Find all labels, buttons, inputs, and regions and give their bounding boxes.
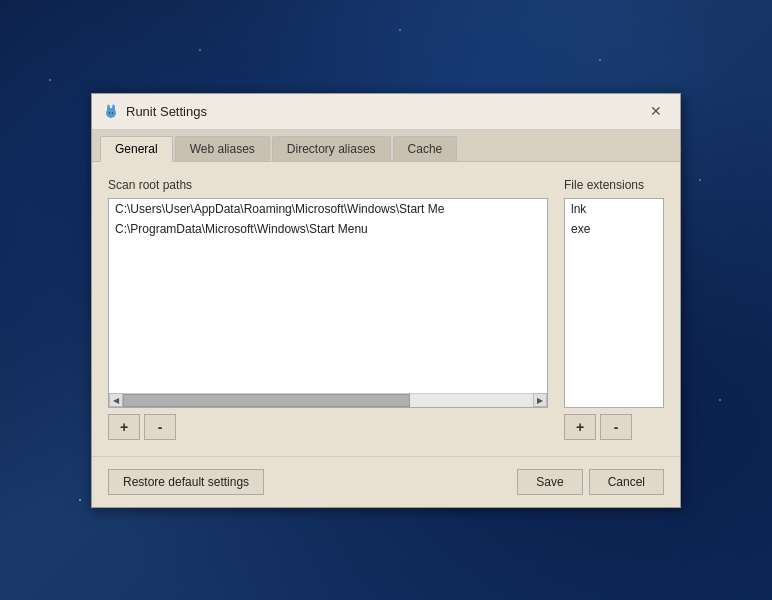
file-extensions-section: File extensions lnk exe + - <box>564 178 664 440</box>
save-button[interactable]: Save <box>517 469 582 495</box>
scan-root-paths-listbox[interactable]: C:\Users\User\AppData\Roaming\Microsoft\… <box>108 198 548 408</box>
list-item[interactable]: exe <box>565 219 663 239</box>
titlebar-left: Runit Settings <box>102 102 207 120</box>
bottom-bar: Restore default settings Save Cancel <box>92 456 680 507</box>
scroll-track <box>123 394 533 407</box>
tab-cache[interactable]: Cache <box>393 136 458 161</box>
two-column-layout: Scan root paths C:\Users\User\AppData\Ro… <box>108 178 664 440</box>
file-extensions-listbox[interactable]: lnk exe <box>564 198 664 408</box>
list-item[interactable]: C:\ProgramData\Microsoft\Windows\Start M… <box>109 219 547 239</box>
tab-directory-aliases[interactable]: Directory aliases <box>272 136 391 161</box>
list-item[interactable]: C:\Users\User\AppData\Roaming\Microsoft\… <box>109 199 547 219</box>
file-ext-button-row: + - <box>564 414 664 440</box>
close-button[interactable]: ✕ <box>642 100 670 122</box>
scan-root-paths-section: Scan root paths C:\Users\User\AppData\Ro… <box>108 178 548 440</box>
app-icon <box>102 102 120 120</box>
scan-root-paths-label: Scan root paths <box>108 178 548 192</box>
horizontal-scrollbar[interactable]: ◀ ▶ <box>109 393 547 407</box>
scroll-left-arrow[interactable]: ◀ <box>109 393 123 407</box>
tab-bar: General Web aliases Directory aliases Ca… <box>92 130 680 162</box>
restore-defaults-button[interactable]: Restore default settings <box>108 469 264 495</box>
scan-paths-button-row: + - <box>108 414 548 440</box>
list-item[interactable]: lnk <box>565 199 663 219</box>
action-buttons: Save Cancel <box>517 469 664 495</box>
scroll-thumb <box>123 394 410 407</box>
svg-point-2 <box>112 105 115 112</box>
add-file-ext-button[interactable]: + <box>564 414 596 440</box>
tab-content: Scan root paths C:\Users\User\AppData\Ro… <box>92 162 680 456</box>
svg-point-4 <box>112 112 114 114</box>
scan-root-paths-items: C:\Users\User\AppData\Roaming\Microsoft\… <box>109 199 547 393</box>
remove-file-ext-button[interactable]: - <box>600 414 632 440</box>
svg-point-3 <box>109 112 111 114</box>
tab-web-aliases[interactable]: Web aliases <box>175 136 270 161</box>
scroll-right-arrow[interactable]: ▶ <box>533 393 547 407</box>
window-title: Runit Settings <box>126 104 207 119</box>
file-extensions-label: File extensions <box>564 178 664 192</box>
cancel-button[interactable]: Cancel <box>589 469 664 495</box>
tab-general[interactable]: General <box>100 136 173 162</box>
add-scan-path-button[interactable]: + <box>108 414 140 440</box>
titlebar: Runit Settings ✕ <box>92 94 680 130</box>
settings-window: Runit Settings ✕ General Web aliases Dir… <box>91 93 681 508</box>
svg-point-1 <box>107 105 110 112</box>
remove-scan-path-button[interactable]: - <box>144 414 176 440</box>
file-extensions-items: lnk exe <box>565 199 663 393</box>
